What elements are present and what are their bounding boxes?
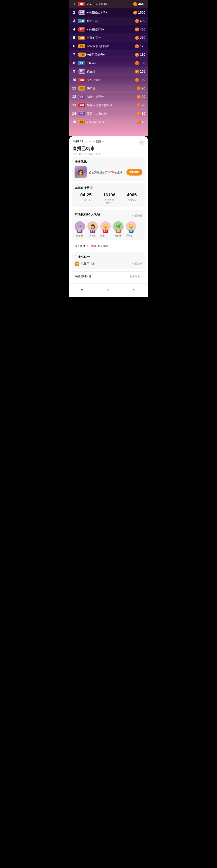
user-score: ⚡ 130 (135, 61, 145, 65)
user-name: 2023年无双成主 (87, 120, 135, 124)
lightning-icon: ⚡ (133, 11, 137, 14)
gift-user: 😊 国公 淡定、未… (100, 221, 111, 237)
stat-revenue: 16106 本场收益(六豆) (103, 192, 115, 205)
rank-number: 6 (72, 44, 77, 48)
user-score: ⚡ 400 (135, 28, 145, 31)
lightning-icon: ⚡ (135, 61, 139, 65)
user-name: 漠天、大自然奇 (87, 112, 135, 116)
stats-grid: 04:25 直播时长 16106 本场收益(六豆) 4965 本场观众 (75, 192, 142, 205)
view-activity-button[interactable]: 查看活动 (132, 262, 142, 266)
rank-number: 11 (72, 86, 77, 90)
rank-badge: 10富 (78, 53, 86, 57)
leaderboard-row: 15 6富 2023年无双成主 ⚡ 10 (69, 118, 148, 126)
poster-thumbnail: 👩 (75, 166, 87, 178)
poster-description: 你的海报超越了20%的主播 (89, 169, 124, 175)
gift-star-icon: 💎 (75, 261, 79, 266)
leaderboard-row: 5 伯爵 ☞开心雨☜ ⚡ 260 (69, 34, 148, 42)
status-time: 下午1:23 (73, 140, 83, 143)
rank-badge: 伯爵 (78, 36, 85, 40)
close-button[interactable]: × (139, 140, 144, 145)
score-value: 130 (140, 61, 145, 65)
broadcast-panel: 下午1:23 ☁ HD 4G ▊▊▊ 61 直播已结束 2023-02-07 0… (69, 136, 148, 297)
lightning-icon: ⚡ (135, 36, 139, 40)
rank-number: 2 (72, 10, 77, 14)
leaderboard-section: 1 国公 淡定，未来可期 ⚡ 4418 2 公爵 ♥侯爵团佳木斯♥ ⚡ 1600… (69, 0, 148, 136)
leaderboard-row: 8 3富 刘都x3 ⚡ 130 (69, 59, 148, 67)
user-score: ⚡ 690 (135, 19, 145, 23)
lightning-icon: ⚡ (135, 70, 139, 73)
user-score: ⚡ 70 (137, 87, 145, 90)
user-name: ☞开心雨☜ (87, 36, 133, 40)
network-signal: HD 4G ▊▊▊ 61 (89, 140, 104, 143)
gifts-header: 本场收到1个大礼物 查看全部 (75, 213, 142, 219)
user-score: ⚡ 105 (135, 70, 145, 73)
lightning-icon: ⚡ (137, 120, 141, 124)
rank-number: 14 (72, 112, 77, 116)
lightning-icon: ⚡ (137, 95, 141, 99)
leaderboard-row: 13 男爵 婷婷☆感恩有你陪伴 ⚡ 20 (69, 101, 148, 110)
user-name: 煮主播 (87, 70, 133, 73)
contact-support-button[interactable]: 联系客服 > (130, 275, 142, 278)
user-score: ⚡ 130 (135, 53, 145, 57)
leaderboard-row: 3 王爵 庹昂丶杨 ⚡ 690 (69, 17, 148, 25)
menu-button[interactable]: ≡ (76, 286, 88, 293)
gift-avatar: 🐺 郡公 (75, 221, 85, 232)
rank-badge: 亲王 (78, 27, 85, 31)
gift-user-badge: 公爵 (90, 229, 96, 233)
lightning-icon: ⚡ (137, 103, 141, 107)
leaderboard-row: 1 国公 淡定，未来可期 ⚡ 4418 (69, 0, 148, 8)
lightning-icon: ⚡ (135, 19, 139, 23)
gift-user-name: 烧酒@ (89, 234, 96, 237)
rank-badge: 男爵 (78, 103, 85, 107)
user-score: ⚡ 20 (137, 103, 145, 107)
leaderboard-row: 11 6富 奶™香 ⚡ 70 (69, 84, 148, 93)
tips-section-title: 主播小贴士 (75, 255, 142, 259)
rank-badge: 9富 (78, 112, 85, 116)
stat-revenue-label: 本场收益(六豆) (103, 198, 115, 205)
user-name: 婷婷☆感恩有你陪伴 (87, 103, 135, 107)
panel-subtitle: 2023-02-07 08:57-13:22 (73, 152, 144, 155)
tips-left: 💎 礼物星计划 (75, 261, 95, 266)
stat-revenue-value: 16106 (103, 192, 115, 197)
user-name: ♥侯爵团梦郎♥ (87, 28, 133, 31)
gifts-section-title: 本场收到1个大礼物 (75, 213, 100, 216)
problem-label: 直播遇到问题 (75, 275, 91, 278)
user-score: ⚡ 10 (137, 112, 145, 116)
stat-viewers: 4965 本场观众 (127, 192, 137, 205)
swipe-count: 32人通过 (75, 245, 86, 248)
poster-text-before: 你的海报超越了 (89, 171, 107, 174)
user-score: ⚡ 100 (135, 78, 145, 82)
user-score: ⚡ 10 (137, 120, 145, 124)
optimize-poster-button[interactable]: 优化海报 (126, 169, 142, 176)
gift-user: 🐺 郡公 魅狼😊 (75, 221, 85, 237)
leaderboard-row: 12 9富 我比小虎还苦 ⚡ 20 (69, 93, 148, 101)
user-score: ⚡ 175 (135, 44, 145, 48)
view-all-gifts-button[interactable]: 查看全部 (132, 214, 142, 218)
poster-optimization-section: 海报优化 👩 你的海报超越了20%的主播 优化海报 (72, 157, 145, 181)
rank-badge: 7富 (78, 44, 85, 48)
user-name: ♥侯爵团封号♥ (87, 53, 133, 57)
leaderboard-row: 2 公爵 ♥侯爵团佳木斯♥ ⚡ 1600 (69, 8, 148, 17)
home-button[interactable]: ○ (102, 286, 114, 293)
stat-viewers-value: 4965 (127, 192, 137, 197)
rank-badge: 男爵 (78, 78, 85, 82)
score-value: 400 (140, 28, 145, 31)
rank-number: 5 (72, 36, 77, 40)
gift-user-name: 萌新宝宝… (126, 234, 136, 237)
score-value: 130 (140, 53, 145, 57)
rank-number: 9 (72, 69, 77, 73)
leaderboard-row: 9 郡公 煮主播 ⚡ 105 (69, 67, 148, 76)
poster-text-after: 的主播 (114, 171, 123, 174)
user-score: ⚡ 260 (135, 36, 145, 40)
panel-title: 直播已结束 (73, 146, 144, 152)
leaderboard-row: 6 7富 宝宝家会飞的小猪 ⚡ 175 (69, 42, 148, 51)
stat-duration-value: 04:25 (80, 192, 91, 197)
rank-number: 1 (72, 2, 77, 6)
score-value: 10 (142, 112, 145, 116)
back-button[interactable]: ＜ (127, 286, 141, 293)
swipe-gesture-highlight: 上下滑动 (86, 245, 97, 248)
status-icon: ☁ (85, 140, 87, 143)
bottom-navigation: ≡ ○ ＜ (69, 283, 148, 297)
gift-user: 🌿 伯爵 俺躲躲c (113, 221, 124, 237)
gift-avatar: 👩 公爵 (87, 221, 98, 232)
